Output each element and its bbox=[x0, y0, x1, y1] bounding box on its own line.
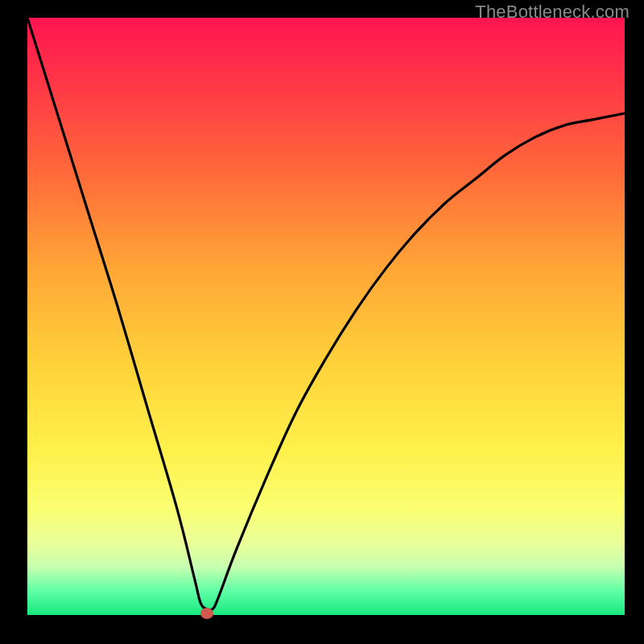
plot-area bbox=[27, 18, 625, 615]
chart-frame: TheBottleneck.com bbox=[0, 0, 644, 644]
bottleneck-curve-svg bbox=[27, 18, 625, 615]
bottleneck-curve bbox=[27, 18, 625, 610]
optimal-point-marker bbox=[200, 608, 213, 619]
